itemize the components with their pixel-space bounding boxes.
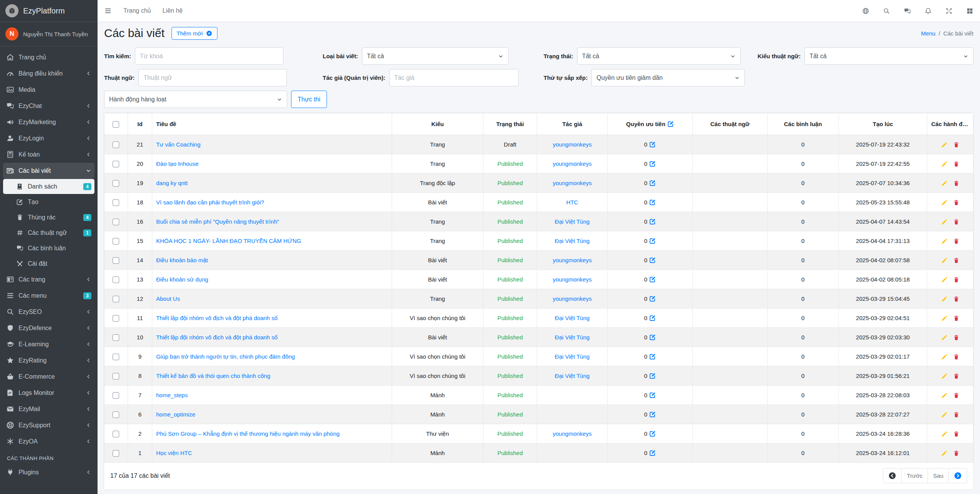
row-checkbox[interactable] <box>113 161 119 167</box>
sidebar-item-e-commerce[interactable]: E-Commerce <box>3 369 94 384</box>
post-author-link[interactable]: Đại Việt Tùng <box>555 218 589 225</box>
post-title-link[interactable]: KHÓA HỌC 1 NGÀY- LÃNH ĐẠO TRUYỀN CẢM HỨN… <box>156 238 301 244</box>
topnav-link-trang-chu[interactable]: Trang chủ <box>123 7 151 14</box>
post-title-link[interactable]: Học viện HTC <box>156 450 192 456</box>
search-icon[interactable] <box>883 7 890 15</box>
edit-post-icon[interactable] <box>941 199 948 206</box>
sidebar-item-ke-toan[interactable]: Kế toán <box>3 147 94 162</box>
row-checkbox[interactable] <box>113 373 119 379</box>
hamburger-icon[interactable] <box>104 7 112 15</box>
row-checkbox[interactable] <box>113 277 119 283</box>
sidebar-item-cac-menu[interactable]: Các menu 3 <box>3 288 94 303</box>
delete-post-icon[interactable] <box>953 142 960 148</box>
delete-post-icon[interactable] <box>953 180 960 187</box>
post-author-link[interactable]: Đại Việt Tùng <box>555 315 589 321</box>
post-title-link[interactable]: Đào tạo Inhouse <box>156 160 199 167</box>
term-input[interactable] <box>138 69 287 86</box>
sidebar-item-cai-dat[interactable]: Cài đặt <box>3 256 94 271</box>
post-title-link[interactable]: home_optimize <box>156 411 195 418</box>
priority-edit-icon[interactable] <box>649 373 656 379</box>
post-title-link[interactable]: Buổi chia sẻ miễn phí "Quyền năng thuyết… <box>156 218 279 225</box>
search-input[interactable] <box>135 47 283 65</box>
sidebar-item-cac-trang[interactable]: Các trang <box>3 271 94 287</box>
row-checkbox[interactable] <box>113 334 119 341</box>
post-author-link[interactable]: youngmonkeys <box>553 180 592 186</box>
row-checkbox[interactable] <box>113 296 119 302</box>
edit-post-icon[interactable] <box>941 315 948 322</box>
edit-post-icon[interactable] <box>941 142 948 148</box>
priority-edit-icon[interactable] <box>649 450 656 456</box>
priority-edit-icon[interactable] <box>649 160 656 167</box>
post-author-link[interactable]: youngmonkeys <box>553 160 592 167</box>
sidebar-item-bang-dieu-khien[interactable]: Bảng điều khiển <box>3 66 94 81</box>
topnav-link-lien-he[interactable]: Liên hệ <box>162 7 183 14</box>
next-page-button[interactable]: Sau <box>928 469 948 483</box>
chat-icon[interactable] <box>904 7 911 15</box>
post-title-link[interactable]: Điều khoản bảo mật <box>156 257 208 263</box>
post-author-link[interactable]: HTC <box>566 199 578 206</box>
delete-post-icon[interactable] <box>953 296 960 302</box>
prev-page-button[interactable]: Trước <box>901 469 928 483</box>
delete-post-icon[interactable] <box>953 199 960 206</box>
delete-post-icon[interactable] <box>953 392 960 399</box>
post-title-link[interactable]: Thiết lập đội nhóm vô địch và đột phá do… <box>156 315 278 321</box>
sidebar-item-ezydefence[interactable]: EzyDefence <box>3 320 94 336</box>
edit-post-icon[interactable] <box>941 257 948 264</box>
sidebar-item-media[interactable]: Media <box>3 82 94 98</box>
post-title-link[interactable]: About Us <box>156 295 180 302</box>
sidebar-item-logs-monitor[interactable]: Logs Monitor <box>3 385 94 401</box>
select-all-checkbox[interactable] <box>113 121 119 128</box>
author-input[interactable] <box>389 69 519 86</box>
priority-edit-icon[interactable] <box>649 392 656 398</box>
row-checkbox[interactable] <box>113 315 119 322</box>
bulk-action-select[interactable]: Hành động hàng loạt <box>104 91 287 108</box>
post-title-link[interactable]: Điều khoản sử dụng <box>156 276 208 283</box>
sidebar-item-cac-thuat-ngu[interactable]: Các thuật ngữ 1 <box>3 225 94 240</box>
post-author-link[interactable]: Đại Việt Tùng <box>555 334 589 341</box>
priority-edit-icon[interactable] <box>649 315 656 321</box>
post-title-link[interactable]: Giúp bạn trở thành người tự tin, chinh p… <box>156 353 295 360</box>
row-checkbox[interactable] <box>113 238 119 244</box>
sidebar-item-ezychat[interactable]: EzyChat <box>3 98 94 114</box>
post-author-link[interactable]: Đại Việt Tùng <box>555 373 589 379</box>
bell-icon[interactable] <box>924 7 932 15</box>
row-checkbox[interactable] <box>113 180 119 187</box>
row-checkbox[interactable] <box>113 219 119 225</box>
add-new-button[interactable]: Thêm mới <box>172 27 217 40</box>
row-checkbox[interactable] <box>113 392 119 399</box>
sidebar-item-ezylogin[interactable]: EzyLogin <box>3 130 94 146</box>
post-title-link[interactable]: Tư vấn Coaching <box>156 141 200 148</box>
sidebar-item-ezyrating[interactable]: EzyRating <box>3 352 94 368</box>
status-select[interactable]: Tất cả <box>577 47 741 65</box>
priority-edit-icon[interactable] <box>649 411 656 418</box>
sidebar-item-ezyoa[interactable]: EzyOA <box>3 433 94 449</box>
sidebar-item-ezyseo[interactable]: EzySEO <box>3 304 94 320</box>
priority-edit-icon[interactable] <box>649 218 656 225</box>
edit-post-icon[interactable] <box>941 392 948 399</box>
edit-post-icon[interactable] <box>941 450 948 457</box>
post-author-link[interactable]: Đại Việt Tùng <box>555 238 589 244</box>
post-author-link[interactable]: youngmonkeys <box>553 276 592 283</box>
post-author-link[interactable]: Đại Việt Tùng <box>555 353 589 360</box>
delete-post-icon[interactable] <box>953 219 960 225</box>
sidebar-item-plugins[interactable]: Plugins <box>3 464 94 480</box>
post-type-select[interactable]: Tất cả <box>362 47 509 65</box>
brand[interactable]: EzyPlatform <box>0 0 98 22</box>
delete-post-icon[interactable] <box>953 161 960 167</box>
row-checkbox[interactable] <box>113 142 119 148</box>
sidebar-item-tao[interactable]: Tạo <box>3 194 94 209</box>
post-title-link[interactable]: dang ky qntt <box>156 180 188 186</box>
post-author-link[interactable]: youngmonkeys <box>553 141 592 148</box>
delete-post-icon[interactable] <box>953 450 960 457</box>
post-title-link[interactable]: Thiết kế bản đồ và thói quen cho thành c… <box>156 373 270 379</box>
sidebar-item-e-learning[interactable]: E-Learning <box>3 336 94 352</box>
post-title-link[interactable]: Phú Sơn Group – Khẳng định vị thế thương… <box>156 430 340 437</box>
execute-button[interactable]: Thực thi <box>291 91 327 108</box>
edit-post-icon[interactable] <box>941 354 948 360</box>
edit-post-icon[interactable] <box>941 431 948 437</box>
delete-post-icon[interactable] <box>953 257 960 264</box>
priority-edit-icon[interactable] <box>649 180 656 186</box>
post-author-link[interactable]: youngmonkeys <box>553 430 592 437</box>
delete-post-icon[interactable] <box>953 431 960 437</box>
sidebar-item-danh-sach[interactable]: Danh sách 4 <box>3 179 94 194</box>
